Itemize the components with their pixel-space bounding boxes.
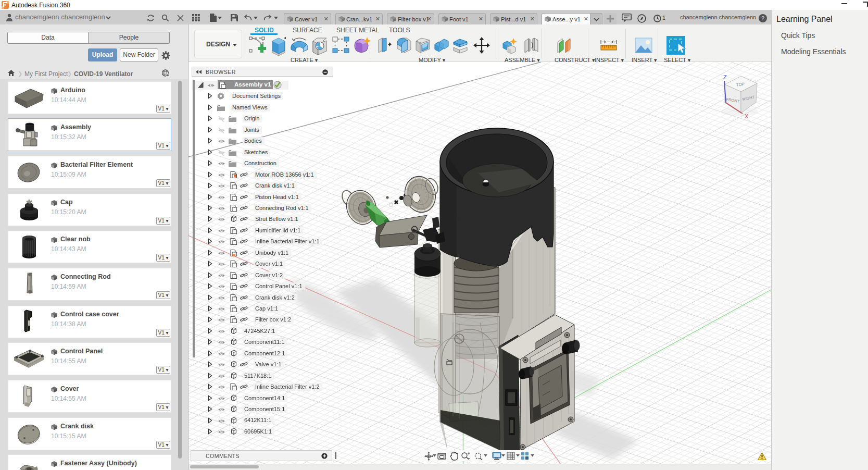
svg-text:?: ? <box>761 15 765 21</box>
svg-text:Z: Z <box>723 74 727 80</box>
svg-text:X: X <box>745 113 749 119</box>
